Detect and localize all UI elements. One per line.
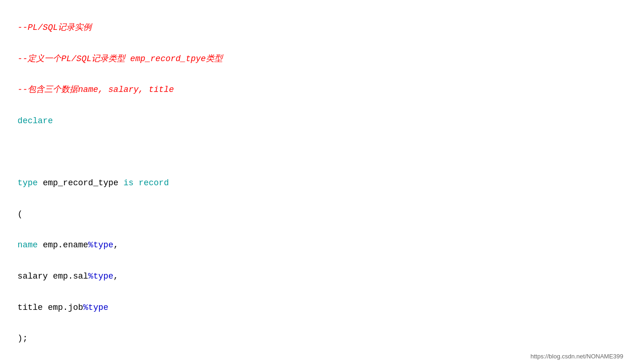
comment-line-3: --包含三个数据name, salary, title	[18, 85, 174, 94]
type-title: %type	[83, 303, 108, 312]
comma2: ,	[113, 272, 119, 281]
text-emp-sal: emp.sal	[48, 272, 88, 281]
text-space2	[134, 178, 139, 188]
keyword-record: record	[139, 178, 169, 188]
type-salary: %type	[88, 272, 113, 281]
field-title: title	[18, 303, 43, 312]
text-emp-job: emp.job	[43, 303, 83, 312]
comma1: ,	[113, 240, 119, 250]
field-salary: salary	[18, 272, 48, 281]
paren-open: (	[18, 210, 23, 219]
keyword-declare: declare	[18, 116, 53, 126]
code-block: --PL/SQL记录实例 --定义一个PL/SQL记录类型 emp_record…	[7, 5, 620, 364]
text-emp-record-type: emp_record_type	[38, 178, 124, 188]
field-name: name	[18, 240, 38, 250]
keyword-is: is	[123, 178, 134, 188]
url-bar: https://blog.csdn.net/NONAME399	[530, 351, 623, 362]
text-emp-ename: emp.ename	[38, 240, 88, 250]
paren-close: );	[18, 334, 28, 343]
keyword-type: type	[18, 178, 38, 188]
type-name: %type	[88, 240, 113, 250]
comment-line-2: --定义一个PL/SQL记录类型 emp_record_tpye类型	[18, 54, 223, 63]
comment-line-1: --PL/SQL记录实例	[18, 23, 92, 32]
